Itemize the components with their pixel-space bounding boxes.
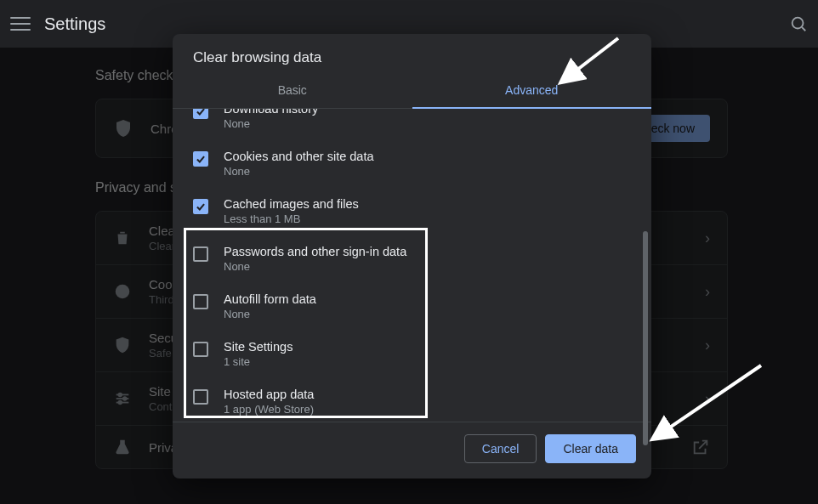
item-sublabel: Less than 1 MB [224,212,634,225]
dialog-item: Cookies and other site dataNone [190,139,634,187]
svg-point-0 [792,18,804,29]
cookie-icon [113,282,132,301]
checkbox[interactable] [193,246,208,262]
clear-browsing-data-dialog: Clear browsing data Basic Advanced Downl… [173,34,651,479]
checkbox[interactable] [193,342,208,357]
chevron-right-icon: › [705,390,710,408]
chevron-right-icon: › [705,229,710,247]
dialog-item: Site Settings1 site [190,330,634,377]
shield-icon [113,336,132,354]
checkbox[interactable] [193,294,208,309]
shield-icon [113,118,133,139]
dialog-item: Cached images and filesLess than 1 MB [190,187,634,235]
svg-point-7 [123,397,127,400]
clear-data-button[interactable]: Clear data [545,434,636,463]
item-label: Download history [224,109,634,116]
cancel-button[interactable]: Cancel [464,434,537,463]
item-label: Autofill form data [224,292,634,306]
trash-icon [113,229,132,247]
scrollbar[interactable] [643,231,648,445]
search-icon[interactable] [789,14,808,33]
item-label: Hosted app data [224,388,634,401]
chevron-right-icon: › [705,337,710,354]
external-link-icon [691,438,710,456]
checkbox[interactable] [193,109,208,119]
dialog-item: Passwords and other sign-in dataNone [190,235,634,282]
page-title: Settings [44,14,789,34]
sliders-icon [113,389,132,408]
svg-point-2 [116,285,130,299]
svg-point-8 [118,401,122,405]
item-label: Passwords and other sign-in data [224,245,634,258]
dialog-item: Download historyNone [190,109,634,139]
checkbox[interactable] [193,151,208,167]
item-sublabel: 1 site [224,355,634,368]
item-label: Site Settings [224,340,634,354]
item-sublabel: None [224,260,634,273]
svg-point-6 [118,394,122,397]
tab-advanced[interactable]: Advanced [412,73,652,108]
dialog-item: Hosted app data1 app (Web Store) [190,377,634,422]
dialog-item: Autofill form dataNone [190,282,634,330]
checkbox[interactable] [193,389,208,405]
dialog-footer: Cancel Clear data [173,422,651,479]
dialog-title: Clear browsing data [173,34,651,73]
svg-line-1 [802,27,805,31]
item-sublabel: None [224,308,634,320]
item-sublabel: None [224,165,634,178]
tab-basic[interactable]: Basic [173,73,412,108]
dialog-list: Download historyNoneCookies and other si… [173,109,651,422]
flask-icon [113,438,132,456]
checkbox[interactable] [193,199,208,214]
dialog-tabs: Basic Advanced [173,73,651,109]
item-sublabel: 1 app (Web Store) [224,403,634,416]
menu-icon[interactable] [10,14,31,34]
item-sublabel: None [224,117,634,130]
chevron-right-icon: › [705,283,710,301]
item-label: Cookies and other site data [224,150,634,163]
item-label: Cached images and files [224,197,634,211]
